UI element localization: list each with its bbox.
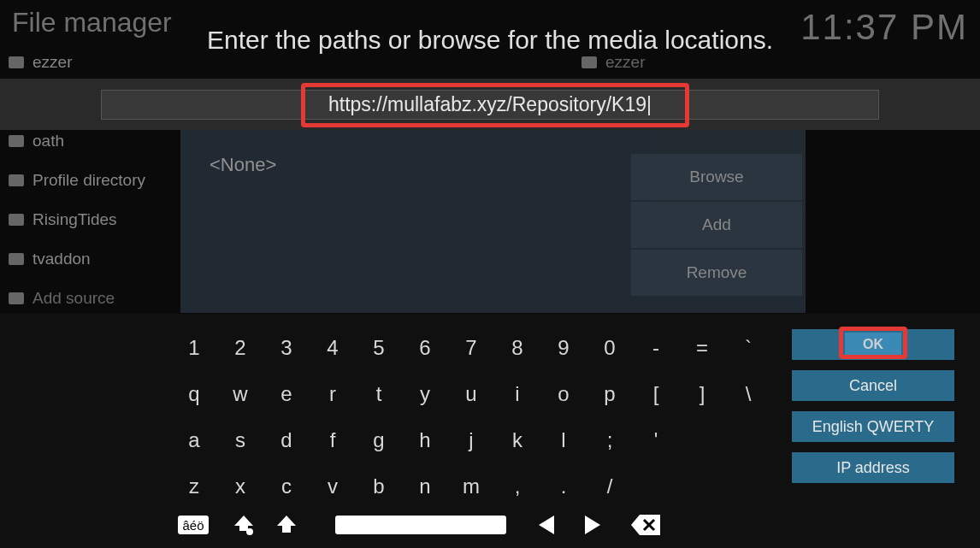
key-v[interactable]: v	[310, 468, 356, 505]
backspace-icon[interactable]	[631, 515, 660, 535]
spacebar[interactable]	[335, 516, 506, 534]
svg-marker-5	[585, 516, 600, 534]
key-comma[interactable]: ,	[494, 468, 540, 505]
key-r[interactable]: r	[310, 375, 356, 413]
key-m[interactable]: m	[448, 468, 494, 505]
sidebar-item-label: RisingTides	[32, 210, 117, 229]
browse-button[interactable]: Browse	[631, 154, 802, 200]
key-backtick[interactable]: `	[725, 329, 771, 367]
arrow-left-icon[interactable]	[539, 516, 554, 534]
caps-lock-icon[interactable]	[233, 514, 255, 536]
key-x[interactable]: x	[217, 468, 263, 505]
sidebar-item[interactable]: tvaddon	[0, 239, 180, 279]
url-input[interactable]: https://mullafabz.xyz/Repository/K19|	[101, 90, 879, 120]
key-n[interactable]: n	[402, 468, 448, 505]
key-row-3: a s d f g h j k l ; '	[171, 421, 792, 459]
key-equals[interactable]: =	[679, 329, 725, 367]
key-period[interactable]: .	[540, 468, 587, 505]
ok-button[interactable]: OK	[792, 329, 954, 360]
key-e[interactable]: e	[263, 375, 310, 413]
key-a[interactable]: a	[171, 421, 217, 459]
key-f[interactable]: f	[310, 421, 356, 459]
key-j[interactable]: j	[448, 421, 494, 459]
sidebar-item-add-source[interactable]: Add source	[0, 279, 180, 318]
key-row-2: q w e r t y u i o p [ ] \	[171, 375, 792, 413]
on-screen-keyboard: 1 2 3 4 5 6 7 8 9 0 - = ` q w e r t y u …	[0, 314, 980, 548]
shift-icon[interactable]	[275, 514, 298, 536]
add-button[interactable]: Add	[631, 202, 802, 248]
key-1[interactable]: 1	[171, 329, 217, 367]
key-semicolon[interactable]: ;	[587, 421, 633, 459]
sidebar-item-label: Profile directory	[32, 171, 145, 190]
key-slash[interactable]: /	[587, 468, 633, 505]
key-l[interactable]: l	[540, 421, 587, 459]
key-b[interactable]: b	[356, 468, 402, 505]
key-8[interactable]: 8	[494, 329, 540, 367]
svg-marker-6	[631, 515, 660, 535]
folder-icon	[9, 174, 24, 186]
key-apostrophe[interactable]: '	[633, 421, 679, 459]
svg-point-2	[246, 528, 253, 535]
svg-marker-4	[539, 516, 554, 534]
sidebar-item-label: Add source	[32, 289, 115, 308]
key-0[interactable]: 0	[587, 329, 633, 367]
key-p[interactable]: p	[587, 375, 633, 413]
key-accents[interactable]: âéö	[178, 516, 209, 534]
key-3[interactable]: 3	[263, 329, 310, 367]
key-h[interactable]: h	[402, 421, 448, 459]
sidebar-item[interactable]: RisingTides	[0, 200, 180, 239]
key-c[interactable]: c	[263, 468, 310, 505]
path-list-none[interactable]: <None>	[210, 154, 276, 176]
key-g[interactable]: g	[356, 421, 402, 459]
key-bracket-left[interactable]: [	[633, 375, 679, 413]
key-s[interactable]: s	[217, 421, 263, 459]
svg-marker-3	[277, 516, 296, 533]
key-o[interactable]: o	[540, 375, 587, 413]
key-i[interactable]: i	[494, 375, 540, 413]
key-u[interactable]: u	[448, 375, 494, 413]
remove-button[interactable]: Remove	[631, 250, 802, 296]
key-5[interactable]: 5	[356, 329, 402, 367]
url-highlight-box	[301, 83, 689, 127]
arrow-right-icon[interactable]	[585, 516, 600, 534]
sidebar-item[interactable]: Profile directory	[0, 161, 180, 200]
layout-button[interactable]: English QWERTY	[792, 411, 954, 442]
key-backslash[interactable]: \	[725, 375, 771, 413]
key-z[interactable]: z	[171, 468, 217, 505]
key-d[interactable]: d	[263, 421, 310, 459]
key-k[interactable]: k	[494, 421, 540, 459]
modal-title: Enter the paths or browse for the media …	[0, 26, 980, 55]
cancel-button[interactable]: Cancel	[792, 370, 954, 401]
folder-icon	[9, 292, 24, 304]
key-minus[interactable]: -	[633, 329, 679, 367]
ok-highlight-box	[839, 327, 907, 359]
sidebar-item-label: tvaddon	[32, 250, 91, 268]
input-row: https://mullafabz.xyz/Repository/K19|	[0, 79, 980, 130]
sidebar-item-label: oath	[32, 132, 64, 150]
key-2[interactable]: 2	[217, 329, 263, 367]
key-6[interactable]: 6	[402, 329, 448, 367]
folder-icon	[9, 135, 24, 147]
key-row-1: 1 2 3 4 5 6 7 8 9 0 - = `	[171, 329, 792, 367]
key-9[interactable]: 9	[540, 329, 587, 367]
key-y[interactable]: y	[402, 375, 448, 413]
key-q[interactable]: q	[171, 375, 217, 413]
key-7[interactable]: 7	[448, 329, 494, 367]
key-row-4: z x c v b n m , . /	[171, 468, 792, 505]
key-w[interactable]: w	[217, 375, 263, 413]
ip-address-button[interactable]: IP address	[792, 452, 954, 483]
key-4[interactable]: 4	[310, 329, 356, 367]
folder-icon	[9, 253, 24, 265]
key-bracket-right[interactable]: ]	[679, 375, 725, 413]
key-t[interactable]: t	[356, 375, 402, 413]
folder-icon	[9, 214, 24, 226]
